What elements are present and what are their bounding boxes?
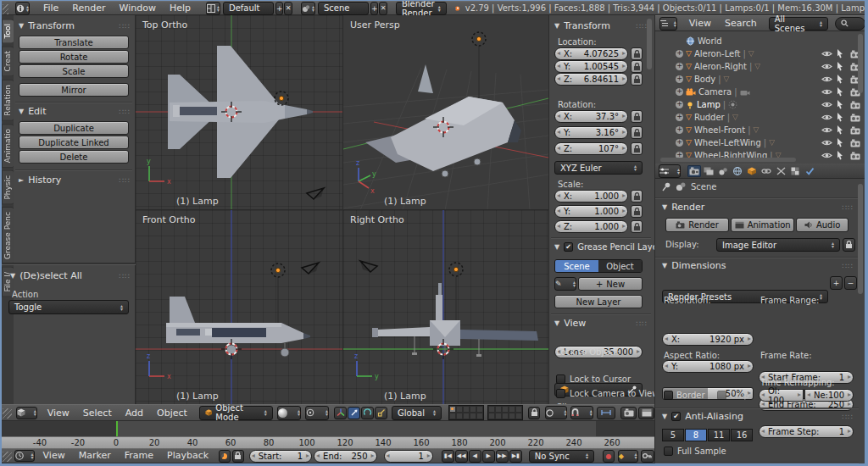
resolution-y-field[interactable]: Y:1080 px [662, 360, 754, 373]
lock-button[interactable] [631, 142, 643, 155]
insert-keyframe-button[interactable] [641, 450, 654, 463]
remap-new-field[interactable]: Ne:100 [804, 389, 854, 402]
next-keyframe-button[interactable]: ▶▶ [496, 450, 509, 463]
menu-item[interactable]: Marker [72, 449, 118, 463]
shelf-tab[interactable]: Relation [2, 80, 14, 121]
viewport-user-persp[interactable]: z y x User Persp (1) Lamp [343, 15, 548, 210]
play-button[interactable]: ▶ [482, 450, 495, 463]
panel-drag-icon[interactable]: ∷∷ [120, 176, 131, 185]
visibility-eye-toggle[interactable] [821, 101, 832, 108]
add-scene-button[interactable]: + [370, 2, 379, 15]
lock-button[interactable] [631, 73, 643, 86]
lamp-object[interactable] [271, 264, 285, 277]
proportional-edit-select[interactable] [545, 406, 567, 419]
shelf-button[interactable]: Scale [19, 64, 129, 78]
scene-icon-button[interactable] [301, 2, 315, 15]
scale-manipulator-button[interactable] [375, 407, 387, 419]
render-audio-button[interactable]: Audio [796, 218, 849, 232]
selectability-toggle[interactable] [837, 113, 843, 122]
keying-set-select[interactable]: ◆ [618, 450, 638, 463]
outliner-row[interactable]: ▽ Aleron-Right | ▽ [655, 60, 859, 73]
snap-select[interactable] [570, 406, 593, 419]
shelf-tab[interactable]: Animatio [2, 124, 14, 168]
outliner-row[interactable]: ▽ Rudder | ▽ [655, 111, 859, 124]
remap-old-field[interactable]: Ol: 100 [759, 389, 804, 402]
anti-aliasing-checkbox[interactable]: ✔ [671, 412, 681, 421]
pin-icon[interactable] [662, 182, 670, 191]
render-animation-button[interactable]: Animation [731, 218, 794, 232]
rotation-value-field[interactable]: Z:107° [554, 142, 628, 155]
renderability-toggle[interactable] [850, 139, 860, 147]
panel-drag-icon[interactable]: ∷∷ [120, 272, 131, 280]
shelf-tab[interactable]: Physic [2, 170, 14, 205]
visibility-eye-toggle[interactable] [821, 114, 832, 121]
lock-button[interactable] [631, 205, 643, 218]
panel-title-view[interactable]: ▼ View ∷∷ [554, 318, 648, 329]
lamp-object[interactable] [449, 263, 463, 276]
renderability-toggle[interactable] [850, 114, 860, 122]
shelf-tab[interactable]: Grease Penc [2, 207, 14, 264]
jump-to-start-button[interactable]: ▮◀ [442, 450, 454, 463]
outliner-row[interactable]: ▽ Body | ▽ [655, 73, 859, 86]
expand-icon[interactable] [676, 50, 683, 58]
timeline-ruler[interactable] [2, 421, 654, 436]
full-sample-checkbox[interactable] [664, 447, 673, 456]
viewport-shading-select[interactable] [277, 406, 301, 420]
visibility-eye-toggle[interactable] [821, 88, 832, 96]
menu-item[interactable]: View [41, 406, 76, 420]
manipulator-toggle-button[interactable] [334, 407, 347, 419]
menu-item[interactable]: Render [65, 1, 112, 15]
remove-preset-button[interactable]: − [844, 276, 857, 290]
lock-button[interactable] [631, 47, 643, 60]
panel-title-grease-pencil[interactable]: ▼ ✔ Grease Pencil Layers [554, 242, 653, 252]
outliner-search-field[interactable] [835, 17, 865, 31]
visibility-eye-toggle[interactable] [821, 75, 832, 83]
menu-item[interactable]: View [36, 449, 72, 463]
aa-sample-button[interactable]: 5 [662, 429, 684, 441]
panel-title-edit[interactable]: ▼ Edit ∷∷ [19, 106, 131, 117]
frame-step-field[interactable]: Frame Step:1 [759, 425, 854, 438]
preview-range-button[interactable] [219, 450, 231, 463]
sync-select[interactable]: No Sync [529, 450, 594, 463]
auto-keyframe-button[interactable]: ● [603, 450, 615, 463]
visibility-eye-toggle[interactable] [821, 50, 832, 58]
aa-sample-button[interactable]: 11 [708, 429, 730, 441]
region-grip[interactable] [3, 408, 12, 419]
display-select[interactable]: Image Editor [716, 238, 840, 252]
camera-object[interactable] [307, 188, 324, 199]
editor-type-button[interactable] [14, 450, 35, 462]
rotation-mode-select[interactable]: XYZ Euler [554, 161, 643, 175]
editor-type-button[interactable] [16, 407, 36, 419]
panel-drag-icon[interactable]: ∷∷ [843, 203, 854, 212]
layer-group-1[interactable] [448, 405, 484, 420]
shelf-button[interactable]: Duplicate [19, 121, 129, 135]
border-checkbox[interactable] [664, 391, 673, 400]
selectability-toggle[interactable] [837, 49, 843, 58]
selectability-toggle[interactable] [837, 138, 843, 147]
action-select[interactable]: Toggle [8, 300, 129, 314]
panel-drag-icon[interactable]: ∷∷ [843, 262, 854, 270]
snap-element-button[interactable] [597, 407, 616, 419]
lock-camera-checkbox[interactable] [556, 389, 565, 398]
menu-item[interactable]: File [36, 1, 65, 15]
selectability-toggle[interactable] [837, 100, 843, 109]
panel-title-anti-aliasing[interactable]: ▼ ✔ Anti-Aliasing ∷∷ [662, 411, 854, 422]
viewport-front-ortho[interactable]: z x Front Ortho (1) Lamp [136, 210, 343, 404]
visibility-eye-toggle[interactable] [821, 126, 832, 134]
render-button[interactable]: Render [665, 218, 729, 232]
outliner-hscrollbar[interactable] [660, 158, 796, 162]
close-layout-button[interactable]: ✕ [284, 2, 292, 15]
pivot-point-select[interactable] [305, 406, 329, 420]
panel-drag-icon[interactable]: ∷∷ [120, 22, 131, 31]
editor-type-button[interactable] [15, 2, 30, 15]
resolution-x-field[interactable]: X:1920 px [662, 333, 754, 346]
screen-layout-field[interactable]: Default [223, 2, 274, 15]
tab-physics[interactable] [803, 165, 816, 177]
current-frame-field[interactable]: 1 [384, 450, 433, 463]
expand-icon[interactable] [676, 75, 683, 83]
panel-title-render[interactable]: ▼ Render ∷∷ [662, 202, 854, 213]
n-panel-scrollbar[interactable] [647, 19, 652, 69]
rotation-value-field[interactable]: X:37.3° [554, 110, 628, 123]
draw-mode-button[interactable]: ✎ [554, 277, 576, 291]
selectability-toggle[interactable] [837, 151, 843, 160]
